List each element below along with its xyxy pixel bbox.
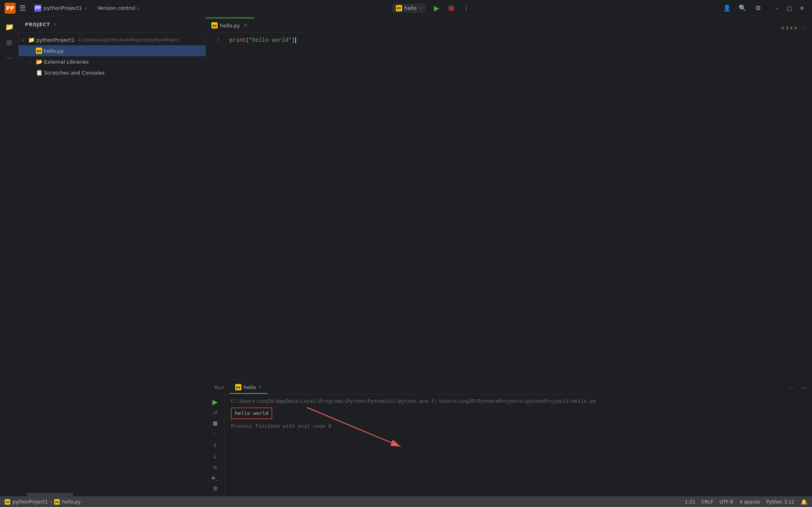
more-actions-button[interactable]: ⋮ (461, 3, 472, 14)
tab-hello[interactable]: py hello ✕ (230, 381, 268, 394)
tab-close-button[interactable]: ✕ (242, 22, 248, 28)
code-line-1: 1 print("hello world") (206, 36, 812, 44)
warning-icon: ⚠ (781, 25, 785, 30)
run-terminal-button[interactable]: ▶_ (210, 473, 221, 482)
annotation-arrow (303, 404, 412, 450)
app-logo: PP (5, 3, 16, 14)
titlebar-actions: 👤 🔍 ⚙ (721, 2, 764, 14)
sidebar-scrollbar[interactable] (19, 493, 206, 496)
run-output: C:\Users\xzq20\AppData\Local\Programs\Py… (225, 394, 812, 496)
status-line-ending[interactable]: CRLF (702, 499, 713, 505)
tree-item-hellopy[interactable]: › py hello.py (19, 45, 206, 56)
run-config-chevron-icon: ∨ (419, 6, 422, 10)
close-window-button[interactable]: ✕ (796, 3, 807, 14)
tree-item-scratches[interactable]: › 📋 Scratches and Consoles (19, 67, 206, 78)
sidebar-title-chevron-icon: ∨ (53, 22, 56, 27)
debug-button[interactable]: 🐞 (446, 3, 457, 14)
hamburger-menu-icon[interactable]: ☰ (20, 4, 26, 12)
run-panel-body: ▶ ↺ ■ ⋯ ↑ ↓ ≡ ▶_ 🗑 C:\Users\xzq20\AppDat… (206, 394, 812, 496)
run-output-area: C:\Users\xzq20\AppData\Local\Programs\Py… (225, 394, 812, 496)
status-notification-icon[interactable]: 🔔 (801, 499, 807, 505)
search-everywhere-button[interactable]: 🔍 (736, 2, 749, 14)
root-label: pythonProject1 (36, 37, 74, 43)
status-python-version[interactable]: Python 3.11 (766, 499, 794, 505)
editor-more-options-button[interactable]: ⋯ (800, 23, 809, 32)
tree-item-external-libs[interactable]: › 📂 External Libraries (19, 56, 206, 67)
activity-plugins-icon[interactable]: ⊞ (2, 35, 16, 49)
code-content-1: print("hello world") (226, 36, 812, 44)
minimize-window-button[interactable]: – (771, 3, 782, 14)
sidebar-header: Project ∨ (19, 16, 206, 33)
root-path: C:\Users\xzq20\PycharmProjects\pythonPro… (78, 37, 179, 43)
status-encoding[interactable]: UTF-8 (720, 499, 733, 505)
warning-count: 1 (786, 25, 789, 30)
panel-more-options-button[interactable]: ⋯ (787, 383, 796, 392)
status-right: 1:21 CRLF UTF-8 4 spaces Python 3.11 🔔 (685, 499, 807, 505)
activity-more-icon[interactable]: ⋯ (2, 51, 16, 65)
hellopy-label: hello.py (44, 48, 64, 54)
root-expand-arrow-icon: ∨ (22, 38, 27, 42)
status-file-py-icon: py (54, 499, 60, 505)
run-button[interactable]: ▶ (431, 3, 442, 14)
sidebar-scrollbar-thumb[interactable] (27, 493, 73, 496)
run-more-button[interactable]: ⋯ (210, 429, 221, 438)
account-button[interactable]: 👤 (721, 2, 733, 14)
run-play-button[interactable]: ▶ (210, 397, 221, 406)
tab-run-label[interactable]: Run (209, 381, 230, 394)
warning-chevron-down-icon[interactable]: ∨ (794, 25, 797, 30)
titlebar: PP ☰ PP pythonProject1 ∨ Version control… (0, 0, 812, 16)
warning-badge: ⚠ 1 ∧ ∨ (781, 25, 797, 30)
run-scroll-up-button[interactable]: ↑ (210, 441, 221, 450)
status-line-ending-value: CRLF (702, 499, 713, 505)
version-control-label: Version control (98, 5, 135, 11)
panel-tabs: Run py hello ✕ ⋯ — (206, 379, 812, 394)
status-position[interactable]: 1:21 (685, 499, 695, 505)
status-python-value: Python 3.11 (766, 499, 794, 505)
bottom-panel: Run py hello ✕ ⋯ — ▶ ↺ ■ (206, 379, 812, 496)
tree-item-root[interactable]: ∨ 📁 pythonProject1 C:\Users\xzq20\Pychar… (19, 34, 206, 45)
status-indent-value: 4 spaces (739, 499, 760, 505)
maximize-window-button[interactable]: □ (784, 3, 795, 14)
run-trash-button[interactable]: 🗑 (210, 484, 221, 493)
project-chevron-icon: ∨ (84, 6, 87, 10)
version-control-menu[interactable]: Version control ∨ (94, 4, 143, 12)
sidebar-title: Project (25, 22, 50, 27)
status-indent[interactable]: 4 spaces (739, 499, 760, 505)
settings-button[interactable]: ⚙ (752, 2, 764, 14)
svg-line-1 (307, 407, 401, 447)
project-icon: PP (34, 5, 41, 12)
run-rerun-button[interactable]: ↺ (210, 408, 221, 417)
window-controls: – □ ✕ (771, 3, 807, 14)
hello-tab-py-icon: py (235, 384, 241, 390)
hello-tab-close-icon[interactable]: ✕ (258, 385, 262, 390)
line-number-1: 1 (206, 36, 226, 44)
status-file-name: hello.py (62, 499, 80, 505)
tab-hellopy[interactable]: py hello.py ✕ (206, 18, 254, 32)
tab-py-icon: py (211, 22, 218, 28)
editor-area: py hello.py ✕ ⚠ 1 ∧ ∨ ⋯ 1 print("hello w… (206, 16, 812, 496)
status-project[interactable]: py pythonProject1 › py hello.py (5, 499, 81, 505)
warning-chevron-up-icon[interactable]: ∧ (790, 25, 793, 30)
hellopy-py-icon: py (36, 48, 42, 54)
run-config-name: hello (404, 5, 417, 11)
root-folder-icon: 📁 (28, 37, 35, 43)
code-editor[interactable]: 1 print("hello world") (206, 33, 812, 379)
hello-world-output: hello world (231, 407, 272, 419)
scratches-folder-icon: 📋 (36, 69, 43, 76)
vc-chevron-icon: ∨ (137, 6, 140, 10)
panel-minimize-button[interactable]: — (800, 383, 809, 392)
extlib-arrow-icon: › (30, 60, 34, 64)
status-position-value: 1:21 (685, 499, 695, 505)
extlib-folder-icon: 📂 (36, 59, 43, 65)
main-area: 📁 ⊞ ⋯ Project ∨ ∨ 📁 pythonProject1 C:\Us… (0, 16, 812, 496)
tabs-right-actions: ⚠ 1 ∧ ∨ ⋯ (778, 23, 812, 32)
project-switcher[interactable]: PP pythonProject1 ∨ (31, 3, 90, 13)
run-stop-button[interactable]: ■ (210, 418, 221, 427)
run-scroll-down-button[interactable]: ↓ (210, 452, 221, 461)
run-panel-sidebar: ▶ ↺ ■ ⋯ ↑ ↓ ≡ ▶_ 🗑 (206, 394, 225, 496)
run-list-button[interactable]: ≡ (210, 463, 221, 471)
run-configuration[interactable]: py hello ∨ (392, 4, 426, 13)
run-tab-text: Run (215, 384, 224, 390)
status-py-icon: py (5, 499, 10, 505)
activity-folder-icon[interactable]: 📁 (2, 20, 16, 34)
